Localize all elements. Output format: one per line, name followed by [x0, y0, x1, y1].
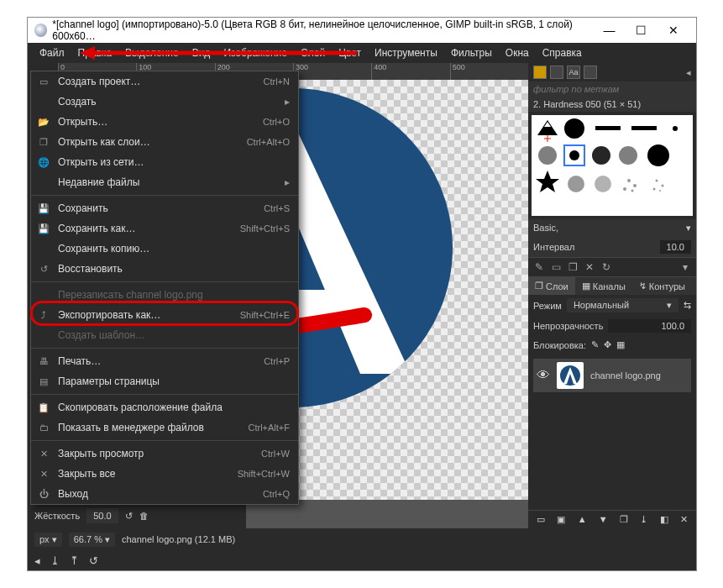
- menu-print[interactable]: 🖶Печать…Ctrl+P: [31, 351, 298, 371]
- delete-brush-icon[interactable]: ✕: [584, 261, 595, 273]
- tab-channels[interactable]: ▦ Каналы: [575, 277, 632, 295]
- mask-icon[interactable]: ◧: [660, 514, 668, 525]
- layer-list[interactable]: 👁 channel logo.png: [528, 354, 696, 510]
- zoom-select[interactable]: 66.7 % ▾: [69, 533, 115, 547]
- reset-icon[interactable]: ↺: [125, 511, 133, 522]
- minimize-button[interactable]: —: [593, 24, 625, 37]
- brush-grid[interactable]: [532, 115, 693, 216]
- layer-group-icon[interactable]: ▣: [557, 514, 565, 525]
- menu-recent[interactable]: Недавние файлы▸: [31, 172, 298, 192]
- tool-options: Жёсткость 50.0 ↺ 🗑: [28, 503, 246, 528]
- menu-quit[interactable]: ⏻ВыходCtrl+Q: [31, 484, 298, 504]
- menu-revert[interactable]: ↺Восстановить: [31, 259, 298, 279]
- brush-preset-select[interactable]: Basic, ▾: [528, 219, 696, 237]
- layer-up-icon[interactable]: ▲: [578, 514, 587, 525]
- file-info: channel logo.png (12.1 MB): [122, 534, 235, 544]
- merge-down-icon[interactable]: ⤓: [640, 514, 647, 525]
- menu-color[interactable]: Цвет: [332, 45, 368, 61]
- menu-save-copy[interactable]: Сохранить копию…: [31, 239, 298, 259]
- menu-file[interactable]: Файл: [33, 45, 71, 61]
- layer-down-icon[interactable]: ▼: [599, 514, 608, 525]
- layer-name[interactable]: channel logo.png: [590, 370, 661, 381]
- hardness-value[interactable]: 50.0: [86, 508, 118, 523]
- svg-point-9: [592, 146, 610, 165]
- svg-point-13: [568, 176, 584, 192]
- menu-image[interactable]: Изображение: [217, 45, 294, 61]
- visibility-icon[interactable]: 👁: [537, 368, 550, 383]
- interval-label: Интервал: [533, 242, 660, 252]
- brush-filter-input[interactable]: [528, 81, 696, 97]
- app-icon: [34, 24, 47, 37]
- tab-layers[interactable]: ❐ Слои: [528, 277, 575, 295]
- lock-alpha-icon[interactable]: ▦: [616, 339, 625, 350]
- mode-switch-icon[interactable]: ⇆: [684, 300, 691, 311]
- tb-reset-icon[interactable]: ↺: [89, 554, 98, 567]
- mode-label: Режим: [533, 301, 562, 311]
- menu-close-view[interactable]: ✕Закрыть просмотрCtrl+W: [31, 444, 298, 464]
- edit-brush-icon[interactable]: ✎: [533, 261, 545, 273]
- menu-new-project[interactable]: ▭Создать проект…Ctrl+N: [31, 71, 298, 92]
- maximize-button[interactable]: ☐: [626, 24, 658, 37]
- svg-point-16: [633, 184, 637, 187]
- tab-paths[interactable]: ↯ Контуры: [632, 277, 692, 295]
- opacity-label: Непрозрачность: [533, 321, 603, 331]
- menu-edit[interactable]: Правка: [71, 45, 119, 61]
- svg-point-2: [564, 118, 584, 139]
- hardness-label: Жёсткость: [34, 511, 80, 521]
- opacity-value[interactable]: 100.0: [608, 319, 691, 333]
- interval-value[interactable]: 10.0: [660, 240, 691, 254]
- refresh-brush-icon[interactable]: ↻: [600, 261, 612, 273]
- trash-icon[interactable]: 🗑: [139, 511, 149, 521]
- tb-up-icon[interactable]: ⤒: [70, 554, 79, 567]
- menu-tools[interactable]: Инструменты: [368, 45, 444, 61]
- menu-filters[interactable]: Фильтры: [444, 45, 499, 61]
- bottom-toolbar: ◂ ⤓ ⤒ ↺: [28, 550, 696, 570]
- svg-marker-12: [536, 171, 559, 192]
- menu-open[interactable]: 📂Открыть…Ctrl+O: [31, 112, 298, 132]
- brush-menu2-icon[interactable]: ▾: [679, 261, 691, 273]
- menu-copy-location[interactable]: 📋Скопировать расположение файла: [31, 397, 298, 417]
- svg-point-10: [619, 146, 637, 165]
- tb-left-icon[interactable]: ◂: [34, 554, 40, 567]
- menu-export-as[interactable]: ⤴Экспортировать как…Shift+Ctrl+E: [31, 305, 298, 325]
- menu-select[interactable]: Выделение: [118, 45, 186, 61]
- menu-show-in-fm[interactable]: 🗀Показать в менеджере файловCtrl+Alt+F: [31, 417, 298, 438]
- lock-label: Блокировка:: [533, 340, 586, 350]
- menu-help[interactable]: Справка: [536, 45, 589, 61]
- lock-pixels-icon[interactable]: ✎: [591, 339, 599, 350]
- brushes-tab-icon[interactable]: [533, 66, 547, 79]
- menu-save[interactable]: 💾СохранитьCtrl+S: [31, 198, 298, 218]
- svg-rect-4: [631, 126, 657, 130]
- menu-open-as-layers[interactable]: ❐Открыть как слои…Ctrl+Alt+O: [31, 132, 298, 152]
- lock-row: Блокировка: ✎ ✥ ▦: [528, 336, 696, 354]
- dock-menu-icon[interactable]: ◂: [686, 67, 691, 78]
- lock-position-icon[interactable]: ✥: [604, 339, 611, 350]
- menu-save-as[interactable]: 💾Сохранить как…Shift+Ctrl+S: [31, 218, 298, 239]
- menu-page-setup[interactable]: ▤Параметры страницы: [31, 371, 298, 391]
- patterns-tab-icon[interactable]: [550, 66, 563, 79]
- unit-select[interactable]: px ▾: [34, 533, 62, 547]
- history-tab-icon[interactable]: [584, 66, 597, 79]
- delete-layer-icon[interactable]: ✕: [680, 514, 688, 525]
- menu-close-all[interactable]: ✕Закрыть всеShift+Ctrl+W: [31, 464, 298, 484]
- duplicate-layer-icon[interactable]: ❐: [620, 514, 628, 525]
- menu-windows[interactable]: Окна: [499, 45, 536, 61]
- mode-select[interactable]: Нормальный▾: [567, 298, 678, 312]
- svg-point-8: [569, 150, 579, 160]
- menu-layer[interactable]: Слой: [294, 45, 332, 61]
- menu-open-location[interactable]: 🌐Открыть из сети…: [31, 152, 298, 172]
- duplicate-brush-icon[interactable]: ❐: [567, 261, 579, 273]
- menu-new[interactable]: Создать▸: [31, 92, 298, 112]
- close-button[interactable]: ✕: [658, 24, 689, 37]
- fonts-tab-icon[interactable]: Aa: [567, 66, 580, 79]
- layer-item[interactable]: 👁 channel logo.png: [533, 359, 691, 392]
- svg-point-18: [631, 190, 634, 192]
- menu-create-template: Создать шаблон…: [31, 325, 298, 345]
- svg-point-21: [653, 188, 656, 191]
- tb-save-icon[interactable]: ⤓: [50, 554, 60, 567]
- menu-view[interactable]: Вид: [186, 45, 217, 61]
- brush-interval-row: Интервал 10.0: [528, 237, 696, 257]
- new-brush-icon[interactable]: ▭: [550, 261, 562, 273]
- titlebar: *[channel logo] (импортировано)-5.0 (Цве…: [28, 18, 696, 43]
- new-layer-icon[interactable]: ▭: [537, 514, 545, 525]
